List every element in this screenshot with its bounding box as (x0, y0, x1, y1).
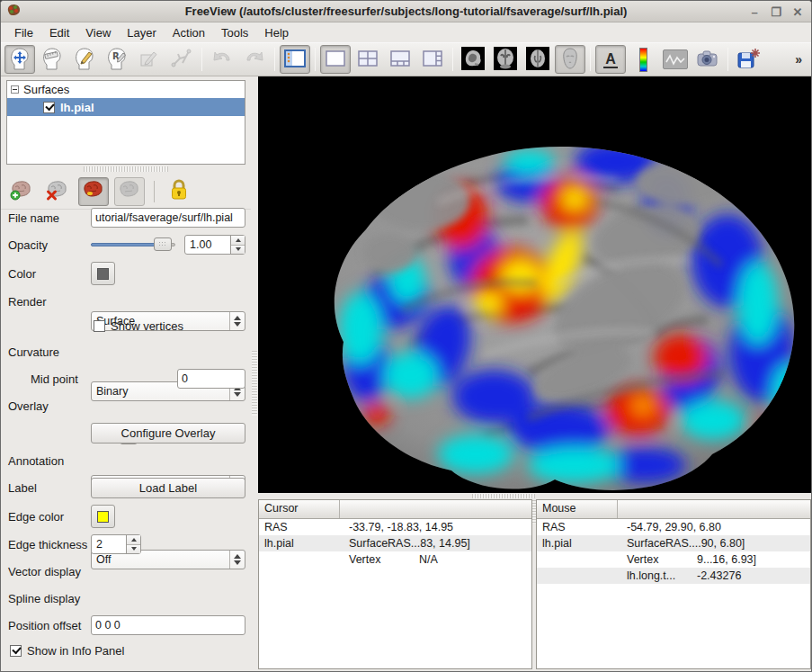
colorbar-button[interactable] (628, 45, 658, 74)
measure-button[interactable] (37, 45, 67, 74)
screenshot-button[interactable] (692, 45, 723, 74)
coronal-view-button[interactable] (490, 45, 521, 74)
edge-color-swatch (97, 511, 109, 523)
configure-overlay-button[interactable]: Configure Overlay (91, 423, 245, 444)
surface-toolbar (1, 174, 251, 210)
mouse-panel-header[interactable]: Mouse (537, 500, 810, 519)
layout-1and3h-icon (423, 50, 442, 69)
layout-1x1-button[interactable] (320, 45, 351, 74)
lock-layer-button[interactable] (164, 177, 194, 206)
info-row-lh-pial: lh.pial SurfaceRAS...83, 14.95] (259, 535, 531, 551)
pointset-edit-button[interactable] (134, 45, 165, 74)
mid-point-input[interactable]: 0 (177, 369, 245, 389)
toggle-panel-button[interactable] (280, 45, 310, 74)
layout-1and3h-button[interactable] (417, 45, 448, 74)
menu-tools[interactable]: Tools (213, 24, 256, 41)
layer-visibility-checkbox[interactable] (43, 102, 55, 113)
save-pointset-button[interactable] (733, 45, 763, 74)
color-label: Color (8, 267, 36, 281)
opacity-slider-handle[interactable] (154, 237, 172, 251)
show-curvature-button[interactable] (114, 177, 145, 206)
info-splitter[interactable] (258, 493, 811, 499)
color-button[interactable] (91, 262, 115, 285)
row-value: -33.79, -18.83, 14.95 (349, 521, 531, 533)
title-bar[interactable]: FreeView (/autofs/cluster/freesurfer/sub… (1, 1, 811, 22)
text-annotation-button[interactable]: A (595, 45, 626, 74)
row-name: lh.pial (537, 537, 627, 550)
info-splitter-grip[interactable] (472, 494, 535, 498)
navigate-button[interactable] (4, 45, 35, 74)
tree-root-surfaces[interactable]: Surfaces (7, 81, 245, 98)
show-vertices-row[interactable]: Show vertices (94, 319, 183, 333)
label-label: Label (8, 481, 37, 495)
tree-collapse-icon[interactable] (11, 85, 19, 94)
edge-color-button[interactable] (91, 505, 115, 528)
overlay-label: Overlay (8, 399, 49, 413)
layer-tree[interactable]: Surfaces lh.pial (6, 80, 245, 165)
navigate-head-icon (8, 47, 31, 73)
layout-2x2-button[interactable] (352, 45, 383, 74)
undo-button[interactable] (207, 45, 237, 74)
toolbar-overflow-button[interactable]: » (790, 52, 808, 67)
sagittal-view-button[interactable] (458, 45, 488, 74)
layout-1x1-icon (326, 50, 345, 69)
position-offset-input[interactable]: 0 0 0 (91, 615, 245, 635)
tree-root-label: Surfaces (23, 83, 69, 96)
toggle-panel-icon (284, 49, 306, 70)
minimize-button[interactable]: – (748, 5, 761, 19)
panel-splitter[interactable] (251, 76, 258, 671)
maximize-button[interactable]: ❐ (770, 5, 782, 19)
layout-1and3-button[interactable] (385, 45, 415, 74)
camera-icon (695, 48, 720, 72)
render-viewport[interactable] (258, 76, 812, 493)
edge-thickness-spinbox[interactable]: 2 (91, 534, 141, 554)
redo-icon (242, 48, 267, 72)
tree-item-lh-pial[interactable]: lh.pial (7, 98, 245, 116)
curvature-value: Binary (96, 385, 128, 398)
menu-layer[interactable]: Layer (119, 24, 165, 41)
file-name-label: File name (8, 211, 59, 225)
measure-head-icon (40, 47, 64, 73)
path-edit-icon (170, 47, 193, 73)
show-in-info-panel-checkbox[interactable] (10, 645, 22, 657)
axial-view-button[interactable] (522, 45, 553, 74)
menu-edit[interactable]: Edit (41, 24, 77, 41)
roi-edit-button[interactable]: R (102, 45, 132, 74)
file-name-input[interactable]: utorial/fsaverage/surf/lh.pial (91, 208, 245, 228)
panel-splitter-grip[interactable] (252, 351, 257, 416)
show-in-info-panel-row[interactable]: Show in Info Panel (10, 644, 124, 658)
toolbar-separator (727, 48, 728, 71)
timecourse-button[interactable] (660, 45, 691, 74)
opacity-spin-down[interactable] (231, 246, 245, 255)
cursor-panel-header[interactable]: Cursor (259, 500, 531, 519)
show-overlay-button[interactable] (78, 177, 109, 206)
mouse-info-panel: Mouse RAS -54.79, 29.90, 6.80 lh.pial Su… (536, 499, 811, 669)
toolbar-separator (452, 48, 453, 71)
path-edit-button[interactable] (166, 45, 197, 74)
opacity-spinbox[interactable]: 1.00 (184, 235, 245, 255)
red-brain-icon (81, 178, 106, 204)
sagittal-view-icon (461, 47, 485, 73)
info-row-ras: RAS -33.79, -18.83, 14.95 (259, 519, 531, 535)
menu-view[interactable]: View (77, 24, 119, 41)
row-key: Vertex (349, 553, 419, 566)
info-row-vertex: Vertex 9...16, 6.93] (537, 551, 810, 568)
view-3d-button[interactable] (555, 45, 585, 74)
redo-button[interactable] (239, 45, 270, 74)
opacity-slider[interactable] (91, 235, 175, 255)
menu-help[interactable]: Help (256, 24, 297, 41)
tree-item-label: lh.pial (60, 101, 94, 114)
opacity-spin-up[interactable] (231, 236, 245, 246)
show-vertices-checkbox[interactable] (94, 320, 105, 332)
tree-splitter-handle[interactable] (84, 166, 168, 172)
edge-thickness-spin-up[interactable] (127, 535, 140, 545)
render-label: Render (8, 295, 47, 309)
voxel-edit-button[interactable] (69, 45, 100, 74)
menu-action[interactable]: Action (165, 24, 213, 41)
load-label-button[interactable]: Load Label (91, 478, 245, 498)
menu-file[interactable]: File (6, 24, 41, 41)
load-surface-button[interactable] (6, 177, 37, 206)
edge-thickness-spin-down[interactable] (127, 545, 140, 554)
close-button[interactable]: ✕ (791, 5, 804, 19)
close-surface-button[interactable] (42, 177, 73, 206)
